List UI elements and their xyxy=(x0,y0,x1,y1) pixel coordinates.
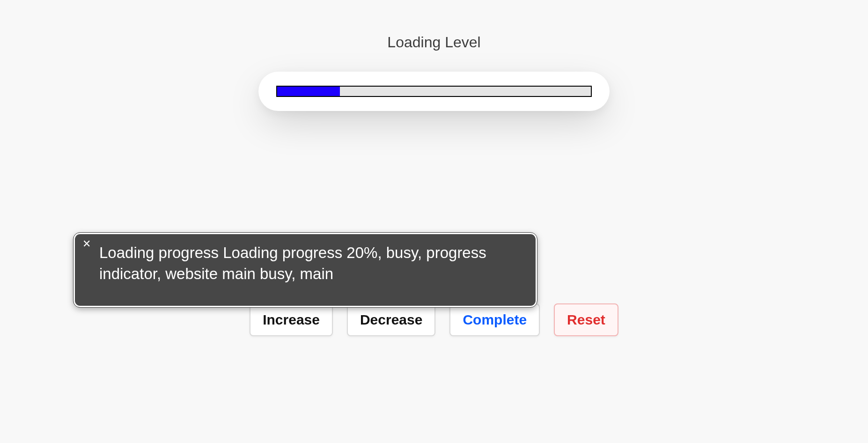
progress-bar xyxy=(276,86,592,97)
progress-card xyxy=(258,72,610,111)
increase-button[interactable]: Increase xyxy=(250,303,333,336)
main-content: Loading Level Increase Decrease Complete… xyxy=(0,0,868,443)
progress-bar-fill xyxy=(277,87,340,96)
close-icon[interactable]: ✕ xyxy=(82,239,91,249)
decrease-button[interactable]: Decrease xyxy=(347,303,435,336)
tooltip-text: Loading progress Loading progress 20%, b… xyxy=(99,244,486,282)
accessibility-announcement-tooltip: ✕ Loading progress Loading progress 20%,… xyxy=(74,233,537,307)
page-title: Loading Level xyxy=(0,34,868,51)
complete-button[interactable]: Complete xyxy=(449,303,540,336)
controls-row: Increase Decrease Complete Reset xyxy=(0,303,868,336)
reset-button[interactable]: Reset xyxy=(554,303,618,336)
